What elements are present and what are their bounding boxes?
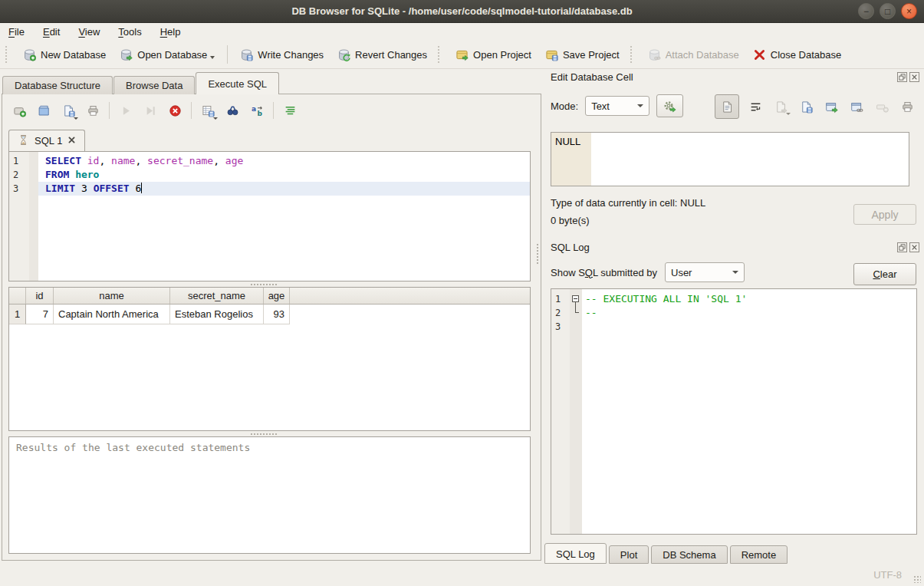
bottom-tab-sql-log[interactable]: SQL Log xyxy=(544,543,607,564)
line-number: 2 xyxy=(551,306,570,320)
close-dock-icon[interactable] xyxy=(909,242,919,252)
table-cell[interactable]: 93 xyxy=(264,305,290,324)
print-cell-button[interactable] xyxy=(898,97,916,117)
toolbar-handle[interactable] xyxy=(438,46,445,63)
table-row[interactable]: 17Captain North AmericaEsteban Rogelios9… xyxy=(9,305,530,324)
float-dock-icon[interactable] xyxy=(897,72,907,82)
database-open-icon xyxy=(120,48,133,61)
fold-line xyxy=(575,306,579,313)
close-tab-icon[interactable] xyxy=(67,135,76,146)
menu-help[interactable]: Help xyxy=(160,26,181,38)
corner-header-cell[interactable] xyxy=(9,288,26,304)
bottom-tab-db-schema[interactable]: DB Schema xyxy=(651,545,727,564)
bottom-tab-remote[interactable]: Remote xyxy=(730,545,788,564)
toolbar-button-label: Open Project xyxy=(473,49,531,61)
toolbar-button-label: Write Changes xyxy=(258,49,324,61)
save-sql-file-icon xyxy=(62,104,75,117)
text-caret xyxy=(141,183,142,193)
menu-edit[interactable]: Edit xyxy=(43,26,60,38)
row-number-cell[interactable]: 1 xyxy=(9,305,26,324)
svg-text:b: b xyxy=(257,110,262,117)
export-results-button[interactable] xyxy=(198,100,218,120)
column-header-id[interactable]: id xyxy=(26,288,54,304)
line-number: 1 xyxy=(551,292,570,306)
database-revert-icon xyxy=(337,48,350,61)
titlebar[interactable]: DB Browser for SQLite - /home/user/code/… xyxy=(0,0,924,23)
splitter-handle[interactable] xyxy=(251,433,277,435)
word-wrap-button[interactable] xyxy=(746,97,765,117)
export-data-button[interactable] xyxy=(797,97,815,117)
sql-code-editor[interactable]: 1SELECT id, name, secret_name, age2FROM … xyxy=(8,151,531,281)
column-header-secret_name[interactable]: secret_name xyxy=(170,288,264,304)
line-number: 3 xyxy=(9,182,29,196)
menu-tools[interactable]: Tools xyxy=(118,26,141,38)
maximize-button[interactable]: □ xyxy=(880,3,896,19)
replace-button[interactable]: ab xyxy=(247,100,267,120)
results-table[interactable]: idnamesecret_nameage17Captain North Amer… xyxy=(8,287,531,431)
cell-value-editor[interactable]: NULL xyxy=(551,132,909,186)
set-null-button xyxy=(873,97,891,117)
tab-database-structure[interactable]: Database Structure xyxy=(2,76,113,94)
print-icon xyxy=(87,104,100,117)
stop-button[interactable] xyxy=(165,100,185,120)
apply-button[interactable]: Apply xyxy=(853,204,916,225)
menu-file[interactable]: File xyxy=(8,26,25,38)
new-database-button[interactable]: New Database xyxy=(16,44,113,65)
toolbar-handle[interactable] xyxy=(630,46,637,63)
menu-view[interactable]: View xyxy=(78,26,100,38)
toolbar-handle[interactable] xyxy=(5,46,12,63)
table-cell[interactable]: Esteban Rogelios xyxy=(170,305,264,324)
table-cell[interactable]: 7 xyxy=(26,305,54,324)
table-cell[interactable]: Captain North America xyxy=(54,305,170,324)
find-button[interactable] xyxy=(222,100,242,120)
panel-splitter[interactable] xyxy=(537,244,538,264)
new-sql-tab-button[interactable] xyxy=(9,100,29,120)
chevron-down-icon xyxy=(213,117,218,120)
clear-button[interactable]: Clear xyxy=(853,263,916,285)
print-button[interactable] xyxy=(83,100,103,120)
copy-link-button[interactable] xyxy=(847,97,866,117)
cell-mode-row: Mode: Text xyxy=(551,94,683,117)
fold-margin xyxy=(29,168,38,182)
line-number: 2 xyxy=(9,168,29,182)
column-header-name[interactable]: name xyxy=(54,288,170,304)
close-button[interactable]: × xyxy=(901,3,917,19)
tab-browse-data[interactable]: Browse Data xyxy=(113,76,195,94)
splitter-handle[interactable] xyxy=(251,284,277,285)
filter-combobox[interactable]: User xyxy=(665,262,745,282)
open-project-button[interactable]: Open Project xyxy=(449,44,538,65)
close-dock-icon[interactable] xyxy=(909,72,919,82)
minimize-button[interactable]: − xyxy=(858,3,874,19)
toolbar-button-label: New Database xyxy=(41,49,106,61)
close-database-button[interactable]: Close Database xyxy=(746,44,849,65)
tab-execute-sql[interactable]: Execute SQL xyxy=(196,72,279,94)
filter-value: User xyxy=(671,267,692,278)
format-sql-button[interactable] xyxy=(280,100,300,120)
sql-tab[interactable]: SQL 1 xyxy=(8,130,85,151)
open-sql-file-button[interactable] xyxy=(34,100,54,120)
database-close-icon xyxy=(753,48,766,61)
text-mode-button[interactable] xyxy=(715,94,739,119)
set-null-icon xyxy=(876,100,889,114)
write-changes-button[interactable]: Write Changes xyxy=(233,44,330,65)
mode-combobox[interactable]: Text xyxy=(585,96,649,116)
project-save-icon xyxy=(545,48,558,61)
log-line: 3 xyxy=(551,320,916,334)
revert-changes-button[interactable]: Revert Changes xyxy=(330,44,434,65)
save-sql-file-button[interactable] xyxy=(58,100,78,120)
print-cell-icon xyxy=(901,100,914,114)
resize-grip[interactable] xyxy=(913,575,921,583)
open-database-button[interactable]: Open Database xyxy=(113,44,222,65)
sql-log-view[interactable]: 1-- EXECUTING ALL IN 'SQL 1'2--3 xyxy=(551,288,917,535)
sql-editor-toolbar: ab xyxy=(9,100,304,120)
open-external-button[interactable] xyxy=(822,97,840,117)
fold-collapse-icon[interactable] xyxy=(572,295,579,302)
gear-apply-icon[interactable] xyxy=(656,94,683,117)
format-sql-icon xyxy=(284,104,297,117)
save-project-button[interactable]: Save Project xyxy=(538,44,626,65)
float-dock-icon[interactable] xyxy=(897,242,907,252)
mode-value: Text xyxy=(591,100,610,112)
chevron-down-icon xyxy=(732,271,738,274)
bottom-tab-plot[interactable]: Plot xyxy=(609,545,649,564)
column-header-age[interactable]: age xyxy=(264,288,290,304)
